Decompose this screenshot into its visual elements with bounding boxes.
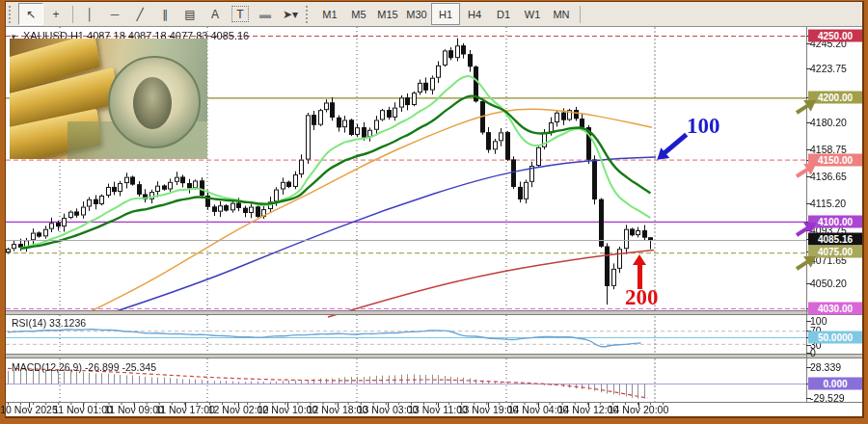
time-axis-label: 14 Nov 20:00 [609,404,668,415]
timeframe-m1-button[interactable]: M1 [315,3,344,25]
arrow-shaft [637,263,642,289]
timeframe-m5-button[interactable]: M5 [344,3,373,25]
price-axis-tick-label: 4136.65 [810,171,866,182]
vertical-line-tool-button[interactable]: │ [77,3,102,25]
level-4075-arrow[interactable] [797,256,816,269]
timeframe-mn-button[interactable]: MN [547,3,576,25]
timeframe-d1-button[interactable]: D1 [489,3,518,25]
fibonacci-retracement-tool-button[interactable]: ▤ [177,3,203,25]
timeframe-m30-button[interactable]: M30 [402,3,431,25]
timeframe-m15-button[interactable]: M15 [373,3,402,25]
macd-label: MACD(12,26,9) -26.899 -25.345 [12,361,156,373]
price-axis-tick-label: 0 [810,347,866,358]
rectangle-tool-button[interactable]: ▬ [253,3,278,25]
price-axis-tick-label: -29.529 [810,392,866,404]
price-axis-badge: 0.000 [808,378,862,390]
rsi-value: 33.1236 [49,317,86,329]
gold-dollar-photo [10,39,207,159]
time-axis-label: 11 Nov 17:00 [155,404,215,415]
macd-values: -26.899 -25.345 [85,361,156,373]
price-axis-tick-label: 4115.20 [810,198,866,209]
toolbar-separator [580,6,581,23]
timeframe-h4-button[interactable]: H4 [460,3,489,25]
toolbar-separator [72,6,73,23]
price-axis-badge: 4030.00 [808,303,862,315]
level-4200-arrow[interactable] [797,100,816,113]
ma100-annotation[interactable]: 100 [687,114,720,139]
text-tool-button[interactable]: A [203,3,228,25]
text-label-tool-button[interactable]: T [231,6,249,22]
crosshair-tool-button[interactable]: + [43,3,68,25]
price-axis-tick-label: 4180.20 [810,117,866,128]
franklin-face [133,77,172,129]
toolbar: ↖+│─╱∥▤AT▬➤▾M1M5M15M30H1H4D1W1MN [6,2,862,27]
toolbar-drag-handle[interactable] [306,6,311,23]
horizontal-line-tool-button[interactable]: ─ [102,3,127,25]
rsi-label: RSI(14) 33.1236 [12,317,86,329]
ma100-arrow[interactable] [657,135,687,160]
arrows-tool-button[interactable]: ➤▾ [278,3,303,25]
price-axis-badge: 4250.00 [808,30,862,42]
price-axis-badge: 4085.16 [808,233,862,246]
price-axis-tick-label: 4223.75 [810,63,866,74]
terminal-window: ↖+│─╱∥▤AT▬➤▾M1M5M15M30H1H4D1W1MN ▼ XAUUS… [0,0,868,424]
timeframe-w1-button[interactable]: W1 [518,3,547,25]
time-axis-label: 10 Nov 2025 [0,404,58,415]
arrow-shaft [663,133,689,156]
chart-overlay: ▼ XAUUSD,H1 4087.18 4087.18 4077.83 4085… [0,0,868,424]
price-axis-tick-label: 28.339 [810,361,866,373]
equidistant-channel-tool-button[interactable]: ∥ [152,3,177,25]
trendline-tool-button[interactable]: ╱ [127,3,152,25]
arrow-head [633,254,646,265]
cursor-tool-button[interactable]: ↖ [18,3,43,25]
timeframe-h1-button[interactable]: H1 [431,3,460,25]
price-axis-badge: 50.0000 [808,331,862,344]
toolbar-drag-handle[interactable] [9,6,14,23]
price-axis-tick-label: 4050.20 [810,278,866,289]
